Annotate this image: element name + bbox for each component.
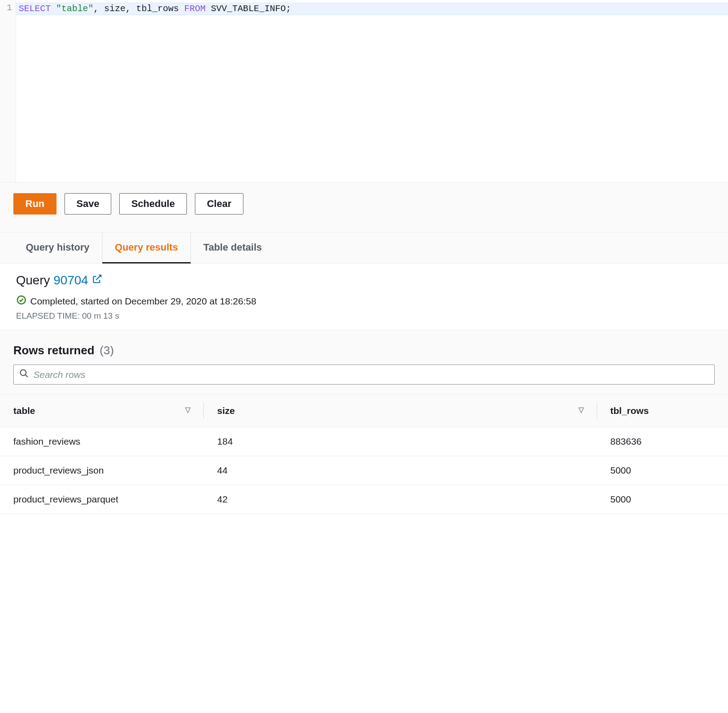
query-info: Query 90704 Completed, started on Decemb… [0, 263, 728, 330]
sql-string: "table" [56, 4, 93, 14]
tab-table-details[interactable]: Table details [191, 233, 275, 263]
cell-table: fashion_reviews [0, 427, 204, 456]
tab-query-results[interactable]: Query results [102, 233, 191, 263]
cell-tbl-rows: 883636 [597, 427, 728, 456]
cell-tbl-rows: 5000 [597, 485, 728, 514]
sort-icon[interactable]: ▽ [185, 405, 190, 414]
table-row[interactable]: product_reviews_json 44 5000 [0, 456, 728, 485]
tabs: Query history Query results Table detail… [0, 233, 728, 263]
tab-query-history[interactable]: Query history [13, 233, 102, 263]
external-link-icon[interactable] [92, 273, 102, 288]
cell-size: 184 [204, 427, 597, 456]
column-header-label: size [217, 405, 235, 416]
save-button[interactable]: Save [65, 193, 111, 215]
status-row: Completed, started on December 29, 2020 … [16, 295, 712, 308]
table-row[interactable]: fashion_reviews 184 883636 [0, 427, 728, 456]
sql-keyword-select: SELECT [19, 4, 51, 14]
cell-size: 44 [204, 456, 597, 485]
column-header-table[interactable]: table ▽ [0, 395, 204, 427]
status-text: Completed, started on December 29, 2020 … [30, 296, 256, 307]
column-header-label: tbl_rows [611, 405, 649, 416]
editor-gutter: 1 [0, 0, 16, 182]
search-box[interactable] [13, 365, 715, 385]
action-bar: Run Save Schedule Clear [0, 182, 728, 233]
query-title-prefix: Query [16, 273, 50, 288]
line-number: 1 [7, 3, 12, 13]
rows-section: Rows returned (3) [0, 330, 728, 395]
search-input[interactable] [33, 369, 709, 380]
cell-size: 42 [204, 485, 597, 514]
sql-keyword-from: FROM [184, 4, 206, 14]
code-line[interactable]: SELECT "table", size, tbl_rows FROM SVV_… [16, 3, 728, 15]
cell-table: product_reviews_parquet [0, 485, 204, 514]
query-id-link[interactable]: 90704 [53, 273, 88, 288]
schedule-button[interactable]: Schedule [119, 193, 187, 215]
svg-point-1 [20, 370, 26, 376]
cell-tbl-rows: 5000 [597, 456, 728, 485]
table-row[interactable]: product_reviews_parquet 42 5000 [0, 485, 728, 514]
code-area[interactable]: SELECT "table", size, tbl_rows FROM SVV_… [16, 0, 728, 182]
run-button[interactable]: Run [13, 193, 57, 215]
rows-returned-count: (3) [100, 344, 114, 357]
column-header-tbl-rows[interactable]: tbl_rows [597, 395, 728, 427]
column-header-size[interactable]: size ▽ [204, 395, 597, 427]
check-circle-icon [16, 295, 27, 308]
sql-text: SVV_TABLE_INFO; [206, 4, 291, 14]
sort-icon[interactable]: ▽ [578, 405, 584, 414]
query-title: Query 90704 [16, 273, 712, 288]
results-table: table ▽ size ▽ tbl_rows fashion_reviews … [0, 395, 728, 514]
elapsed-time: ELAPSED TIME: 00 m 13 s [16, 311, 712, 321]
rows-returned-title: Rows returned (3) [13, 344, 715, 357]
clear-button[interactable]: Clear [195, 193, 243, 215]
sql-text: , size, tbl_rows [93, 4, 184, 14]
table-header-row: table ▽ size ▽ tbl_rows [0, 395, 728, 427]
sql-editor[interactable]: 1 SELECT "table", size, tbl_rows FROM SV… [0, 0, 728, 182]
rows-returned-label: Rows returned [13, 344, 94, 357]
search-icon [19, 369, 29, 381]
column-header-label: table [13, 405, 35, 416]
cell-table: product_reviews_json [0, 456, 204, 485]
